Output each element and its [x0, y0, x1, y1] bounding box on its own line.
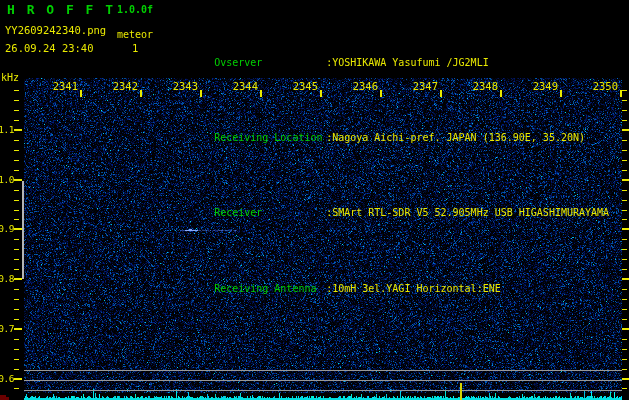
station-label: Receiving Location [214, 131, 326, 144]
y-minor-tick-right [622, 259, 627, 260]
x-tick-label: 2344 [233, 80, 258, 92]
y-minor-tick-left [14, 259, 19, 260]
station-label: Receiving Antenna [214, 282, 326, 295]
freq-axis-unit: kHz [1, 72, 19, 83]
output-filename: YY2609242340.png [5, 25, 106, 37]
hrofft-window: H R O F F T 1.0.0f YY2609242340.png mete… [0, 0, 629, 400]
y-tick-label: 0.8 [0, 273, 14, 284]
level-reference-line-lower [24, 390, 622, 391]
x-tick [320, 90, 322, 97]
y-minor-tick-left [14, 369, 19, 370]
y-major-tick-left [14, 278, 22, 280]
station-row-receiver: Receiver:SMArt RTL-SDR V5 52.905MHz USB … [178, 193, 609, 233]
station-value: :YOSHIKAWA Yasufumi /JG2MLI [326, 57, 489, 68]
x-tick-label: 2341 [53, 80, 78, 92]
y-minor-tick-right [622, 110, 627, 111]
station-label: Ovserver [214, 56, 326, 69]
x-tick [260, 90, 262, 97]
y-major-tick-right [622, 228, 629, 230]
y-major-tick-right [622, 179, 629, 181]
y-major-tick-left [14, 129, 22, 131]
y-minor-tick-left [14, 160, 19, 161]
station-value: :Nagoya Aichi-pref. JAPAN (136.90E, 35.2… [326, 132, 585, 143]
datetime-label: 26.09.24 23:40 [5, 43, 94, 55]
y-minor-tick-left [14, 299, 19, 300]
meteor-count: 1 [132, 43, 138, 55]
x-tick-label: 2350 [593, 80, 618, 92]
x-tick-label: 2342 [113, 80, 138, 92]
y-minor-tick-right [622, 309, 627, 310]
y-minor-tick-right [622, 359, 627, 360]
y-minor-tick-right [622, 160, 627, 161]
y-major-tick-right [622, 378, 629, 380]
x-tick [440, 90, 442, 97]
station-row-location: Receiving Location:Nagoya Aichi-pref. JA… [178, 118, 609, 158]
station-info: Ovserver:YOSHIKAWA Yasufumi /JG2MLI Rece… [178, 7, 609, 344]
x-tick-label: 2348 [473, 80, 498, 92]
station-value: :SMArt RTL-SDR V5 52.905MHz USB HIGASHIM… [326, 207, 609, 218]
level-reference-line-middle [24, 380, 622, 381]
y-minor-tick-right [622, 388, 627, 389]
x-tick-label: 2347 [413, 80, 438, 92]
y-minor-tick-left [14, 170, 19, 171]
y-minor-tick-left [14, 219, 19, 220]
y-major-tick-left [14, 228, 22, 230]
y-minor-tick-right [622, 339, 627, 340]
y-minor-tick-right [622, 299, 627, 300]
y-minor-tick-right [622, 210, 627, 211]
app-title: H R O F F T [7, 3, 115, 17]
y-minor-tick-left [14, 359, 19, 360]
x-tick-label: 2346 [353, 80, 378, 92]
y-tick-label: 0.9 [0, 223, 14, 234]
y-tick-label: 0.6 [0, 373, 14, 384]
y-minor-tick-left [14, 150, 19, 151]
y-minor-tick-left [14, 339, 19, 340]
x-tick [380, 90, 382, 97]
y-minor-tick-left [14, 210, 19, 211]
station-row-observer: Ovserver:YOSHIKAWA Yasufumi /JG2MLI [178, 42, 609, 82]
y-minor-tick-left [14, 140, 19, 141]
mode-label: meteor [117, 29, 153, 40]
calibration-bar [22, 181, 24, 279]
event-marker [460, 383, 462, 400]
y-minor-tick-right [622, 100, 627, 101]
level-reference-line-upper [24, 370, 622, 371]
station-label: Receiver [214, 206, 326, 219]
y-minor-tick-right [622, 190, 627, 191]
x-tick-label: 2343 [173, 80, 198, 92]
y-major-tick-left [14, 328, 22, 330]
y-minor-tick-right [622, 200, 627, 201]
x-tick [620, 90, 622, 97]
y-minor-tick-left [14, 249, 19, 250]
y-minor-tick-left [14, 269, 19, 270]
station-value: :10mH 3el.YAGI Horizontal:ENE [326, 283, 501, 294]
y-minor-tick-right [622, 319, 627, 320]
y-minor-tick-left [14, 190, 19, 191]
y-tick-label: 1.1 [0, 124, 14, 135]
y-major-tick-left [14, 179, 22, 181]
x-tick [140, 90, 142, 97]
y-major-tick-left [14, 378, 22, 380]
y-minor-tick-left [14, 200, 19, 201]
y-minor-tick-left [14, 319, 19, 320]
y-minor-tick-right [622, 219, 627, 220]
x-tick [500, 90, 502, 97]
y-minor-tick-left [14, 349, 19, 350]
x-tick [200, 90, 202, 97]
y-minor-tick-right [622, 120, 627, 121]
x-tick [80, 90, 82, 97]
y-tick-label: 1.0 [0, 174, 14, 185]
y-major-tick-right [622, 328, 629, 330]
x-tick-label: 2345 [293, 80, 318, 92]
y-minor-tick-right [622, 170, 627, 171]
y-minor-tick-right [622, 249, 627, 250]
y-minor-tick-right [622, 90, 627, 91]
y-minor-tick-left [14, 289, 19, 290]
y-minor-tick-right [622, 289, 627, 290]
y-major-tick-right [622, 278, 629, 280]
y-tick-label: 0.7 [0, 323, 14, 334]
y-minor-tick-left [14, 388, 19, 389]
y-minor-tick-right [622, 349, 627, 350]
station-row-antenna: Receiving Antenna:10mH 3el.YAGI Horizont… [178, 268, 609, 308]
y-minor-tick-right [622, 369, 627, 370]
